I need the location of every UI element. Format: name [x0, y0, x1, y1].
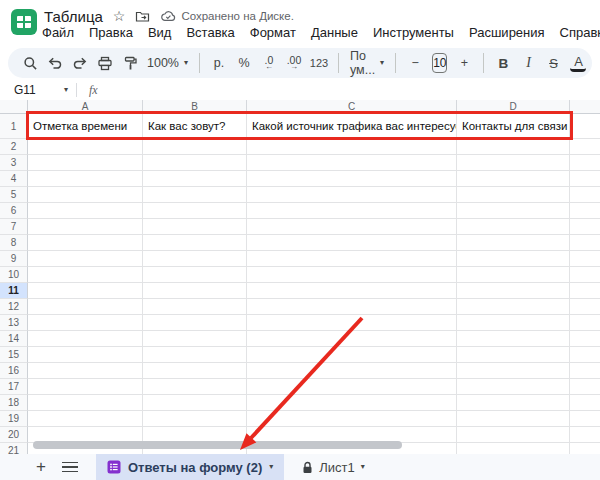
cell-E6[interactable]: [570, 203, 600, 219]
print-icon[interactable]: [97, 51, 113, 75]
row-header-5[interactable]: 5: [0, 187, 28, 203]
more-formats-button[interactable]: 123: [311, 51, 327, 75]
menu-item-5[interactable]: Формат: [250, 25, 296, 40]
cell-D15[interactable]: [457, 347, 570, 363]
cell-C16[interactable]: [247, 363, 457, 379]
cell-D11[interactable]: [457, 283, 570, 299]
cell-B2[interactable]: [143, 139, 247, 155]
cell-E5[interactable]: [570, 187, 600, 203]
cell-B14[interactable]: [143, 331, 247, 347]
cell-C11[interactable]: [247, 283, 457, 299]
cell-E1[interactable]: [570, 114, 600, 139]
row-header-17[interactable]: 17: [0, 379, 28, 395]
row-header-11[interactable]: 11: [0, 283, 28, 299]
increase-decimal-button[interactable]: .00→: [286, 51, 302, 75]
cell-C4[interactable]: [247, 171, 457, 187]
cell-B8[interactable]: [143, 235, 247, 251]
cell-D13[interactable]: [457, 315, 570, 331]
add-sheet-button[interactable]: +: [30, 457, 52, 477]
cell-A8[interactable]: [28, 235, 143, 251]
cell-D19[interactable]: [457, 411, 570, 427]
row-header-19[interactable]: 19: [0, 411, 28, 427]
cell-C6[interactable]: [247, 203, 457, 219]
row-header-2[interactable]: 2: [0, 139, 28, 155]
cell-A19[interactable]: [28, 411, 143, 427]
sheet-tab-form-responses[interactable]: Ответы на форму (2) ▾: [96, 454, 284, 480]
column-header-A[interactable]: A: [28, 100, 143, 114]
document-title[interactable]: Таблица: [44, 8, 103, 25]
name-box[interactable]: G11 ▾: [0, 83, 76, 97]
horizontal-scrollbar[interactable]: [33, 441, 402, 449]
font-family-select[interactable]: По ум...▾: [350, 49, 384, 77]
strikethrough-button[interactable]: S: [545, 51, 561, 75]
sheets-logo-icon[interactable]: [10, 8, 38, 36]
zoom-select[interactable]: 100%▾: [147, 56, 188, 70]
cell-E12[interactable]: [570, 299, 600, 315]
row-header-8[interactable]: 8: [0, 235, 28, 251]
italic-button[interactable]: I: [520, 51, 536, 75]
cell-E13[interactable]: [570, 315, 600, 331]
cell-A3[interactable]: [28, 155, 143, 171]
column-header-B[interactable]: B: [143, 100, 247, 114]
cell-D2[interactable]: [457, 139, 570, 155]
cell-B18[interactable]: [143, 395, 247, 411]
cell-D5[interactable]: [457, 187, 570, 203]
menu-item-4[interactable]: Вставка: [186, 25, 234, 40]
cell-E2[interactable]: [570, 139, 600, 155]
cell-E15[interactable]: [570, 347, 600, 363]
cell-C3[interactable]: [247, 155, 457, 171]
cell-C15[interactable]: [247, 347, 457, 363]
cell-A14[interactable]: [28, 331, 143, 347]
row-header-10[interactable]: 10: [0, 267, 28, 283]
cell-E14[interactable]: [570, 331, 600, 347]
cell-E16[interactable]: [570, 363, 600, 379]
cell-D4[interactable]: [457, 171, 570, 187]
cell-B5[interactable]: [143, 187, 247, 203]
menu-item-7[interactable]: Инструменты: [373, 25, 454, 40]
save-status[interactable]: Сохранено на Диске.: [160, 10, 293, 22]
chevron-down-icon[interactable]: ▾: [269, 463, 273, 471]
cell-A7[interactable]: [28, 219, 143, 235]
cell-C1[interactable]: Какой источник трафика вас интересует?: [247, 114, 457, 139]
menu-item-9[interactable]: Справка: [560, 25, 600, 40]
chevron-down-icon[interactable]: ▾: [361, 463, 365, 471]
percent-format-button[interactable]: %: [236, 51, 252, 75]
cell-D8[interactable]: [457, 235, 570, 251]
row-header-20[interactable]: 20: [0, 427, 28, 443]
cell-B13[interactable]: [143, 315, 247, 331]
row-header-1[interactable]: 1: [0, 114, 28, 139]
cell-B19[interactable]: [143, 411, 247, 427]
cell-C19[interactable]: [247, 411, 457, 427]
cell-D1[interactable]: Контакты для связи: [457, 114, 570, 139]
row-header-3[interactable]: 3: [0, 155, 28, 171]
star-icon[interactable]: ☆: [113, 9, 126, 23]
currency-format-button[interactable]: р.: [211, 51, 227, 75]
cell-A9[interactable]: [28, 251, 143, 267]
cell-A18[interactable]: [28, 395, 143, 411]
menu-item-1[interactable]: Файл: [42, 25, 74, 40]
cell-D7[interactable]: [457, 219, 570, 235]
decrease-font-size-button[interactable]: −: [407, 51, 423, 75]
spreadsheet-grid[interactable]: ABCD 1Отметка времениКак вас зовут?Какой…: [0, 100, 600, 454]
cell-E3[interactable]: [570, 155, 600, 171]
cell-A2[interactable]: [28, 139, 143, 155]
menu-item-3[interactable]: Вид: [148, 25, 172, 40]
cell-C13[interactable]: [247, 315, 457, 331]
cell-A5[interactable]: [28, 187, 143, 203]
decrease-decimal-button[interactable]: .0←: [261, 51, 277, 75]
row-header-13[interactable]: 13: [0, 315, 28, 331]
cell-B16[interactable]: [143, 363, 247, 379]
cell-C9[interactable]: [247, 251, 457, 267]
cell-B1[interactable]: Как вас зовут?: [143, 114, 247, 139]
cell-C18[interactable]: [247, 395, 457, 411]
cell-B7[interactable]: [143, 219, 247, 235]
row-header-4[interactable]: 4: [0, 171, 28, 187]
cell-B15[interactable]: [143, 347, 247, 363]
cell-D10[interactable]: [457, 267, 570, 283]
cell-B10[interactable]: [143, 267, 247, 283]
all-sheets-menu-icon[interactable]: [62, 462, 78, 473]
cell-B3[interactable]: [143, 155, 247, 171]
cell-E4[interactable]: [570, 171, 600, 187]
cell-C8[interactable]: [247, 235, 457, 251]
redo-icon[interactable]: [72, 51, 88, 75]
